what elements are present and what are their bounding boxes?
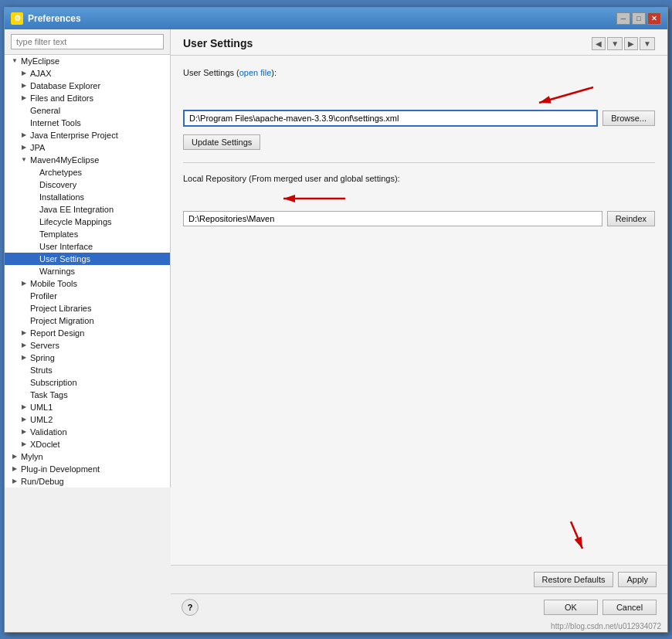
expand-icon: ▶ [20,94,28,101]
tree-item-xdoclet[interactable]: ▶ XDoclet [5,438,170,450]
tree-item-task-tags[interactable]: Task Tags [5,389,170,401]
expand-icon: ▶ [20,82,28,89]
main-content: User Settings (open file): [171,56,667,565]
apply-button[interactable]: Apply [618,572,657,587]
expand-icon: ▶ [20,144,28,151]
tree-label: Discovery [39,180,76,189]
tree-item-uml1[interactable]: ▶ UML1 [5,401,170,413]
local-repo-input[interactable] [183,211,602,226]
tree-item-maven4myeclipse[interactable]: ▼ Maven4MyEclipse [5,154,170,166]
expand-icon: ▶ [11,478,19,484]
tree-item-mobile-tools[interactable]: ▶ Mobile Tools [5,277,170,290]
help-button[interactable]: ? [182,599,199,616]
tree-label: UML2 [30,415,53,424]
forward-button[interactable]: ▶ [624,37,638,50]
expand-icon: ▶ [20,329,28,336]
main-header: User Settings ◀ ▼ ▶ ▼ [171,29,667,56]
back-button[interactable]: ◀ [592,37,606,50]
update-settings-wrapper: Update Settings [183,134,655,150]
tree-label: General [30,106,60,115]
tree-item-servers[interactable]: ▶ Servers [5,339,170,352]
tree-label: Struts [30,365,53,375]
expand-icon: ▶ [20,440,28,447]
tree-label: XDoclet [30,440,60,449]
update-settings-button[interactable]: Update Settings [183,134,260,150]
title-bar: ⚙ Preferences ─ □ ✕ [5,8,667,29]
tree-label: Validation [30,427,67,437]
user-settings-input[interactable] [183,110,598,127]
sidebar: ▼ MyEclipse ▶ AJAX ▶ Database Explorer ▶… [5,29,171,488]
arrow-annotation-repo [276,189,353,208]
tree-item-database-explorer[interactable]: ▶ Database Explorer [5,80,170,92]
restore-defaults-button[interactable]: Restore Defaults [534,572,614,587]
local-repo-label: Local Repository (From merged user and g… [183,174,655,183]
tree-item-run-debug[interactable]: ▶ Run/Debug [5,475,170,488]
expand-icon: ▶ [20,354,28,361]
tree-label: Servers [30,341,59,350]
restore-apply-bar: Restore Defaults Apply [171,565,667,593]
tree-label: Project Migration [30,316,94,325]
user-settings-text-post: ): [271,68,277,77]
content-area: ▼ MyEclipse ▶ AJAX ▶ Database Explorer ▶… [5,29,667,632]
open-file-link[interactable]: open file [239,68,272,77]
main-title: User Settings [183,37,253,49]
tree-item-report-design[interactable]: ▶ Report Design [5,327,170,339]
tree-area: ▼ MyEclipse ▶ AJAX ▶ Database Explorer ▶… [5,55,170,488]
tree-item-validation[interactable]: ▶ Validation [5,426,170,438]
tree-label: Files and Editors [30,93,93,103]
tree-item-internet-tools[interactable]: Internet Tools [5,117,170,129]
tree-item-files-and-editors[interactable]: ▶ Files and Editors [5,92,170,104]
tree-item-uml2[interactable]: ▶ UML2 [5,413,170,426]
browse-button[interactable]: Browse... [602,110,655,126]
tree-item-general[interactable]: General [5,104,170,117]
tree-label: Warnings [39,267,75,276]
tree-item-myeclipse[interactable]: ▼ MyEclipse [5,55,170,67]
watermark: http://blog.csdn.net/u012934072 [171,620,667,632]
main-panel: User Settings ◀ ▼ ▶ ▼ User Settings (ope… [171,29,667,565]
close-button[interactable]: ✕ [647,12,661,25]
tree-item-archetypes[interactable]: Archetypes [5,166,170,178]
expand-icon: ▶ [20,342,28,348]
svg-line-3 [539,87,593,103]
filter-bar [5,29,170,55]
tree-item-subscription[interactable]: Subscription [5,376,170,389]
tree-item-discovery[interactable]: Discovery [5,178,170,191]
tree-label: Mobile Tools [30,279,77,288]
user-settings-label: User Settings (open file): [183,68,655,77]
tree-item-jpa[interactable]: ▶ JPA [5,141,170,154]
tree-item-mylyn[interactable]: ▶ Mylyn [5,450,170,463]
back-dropdown[interactable]: ▼ [607,37,623,50]
tree-item-ajax[interactable]: ▶ AJAX [5,67,170,80]
tree-label: Database Explorer [30,81,100,90]
maximize-button[interactable]: □ [632,12,646,25]
tree-label: Internet Tools [30,118,81,127]
tree-item-project-libraries[interactable]: Project Libraries [5,302,170,314]
tree-item-installations[interactable]: Installations [5,191,170,203]
tree-item-profiler[interactable]: Profiler [5,290,170,302]
ok-cancel-group: OK Cancel [544,600,657,615]
tree-item-plugin-development[interactable]: ▶ Plug-in Development [5,463,170,475]
reindex-button[interactable]: Reindex [607,211,655,226]
tree-item-spring[interactable]: ▶ Spring [5,352,170,364]
tree-label: Subscription [30,378,77,387]
minimize-button[interactable]: ─ [616,12,630,25]
tree-label: AJAX [30,69,52,78]
tree-item-project-migration[interactable]: Project Migration [5,314,170,327]
tree-label: Spring [30,353,55,362]
tree-label: Java EE Integration [39,205,114,214]
tree-item-java-enterprise-project[interactable]: ▶ Java Enterprise Project [5,129,170,141]
tree-item-struts[interactable]: Struts [5,364,170,376]
local-repo-row: Reindex [183,211,655,226]
tree-item-templates[interactable]: Templates [5,228,170,240]
tree-item-warnings[interactable]: Warnings [5,265,170,277]
tree-item-java-ee-integration[interactable]: Java EE Integration [5,203,170,216]
expand-icon: ▶ [20,280,28,287]
filter-input[interactable] [11,34,164,49]
tree-item-user-settings[interactable]: User Settings [5,253,170,265]
ok-button[interactable]: OK [544,600,598,615]
tree-label: Run/Debug [21,477,64,486]
tree-item-user-interface[interactable]: User Interface [5,240,170,253]
forward-dropdown[interactable]: ▼ [640,37,655,50]
cancel-button[interactable]: Cancel [602,600,657,615]
tree-item-lifecycle-mappings[interactable]: Lifecycle Mappings [5,216,170,228]
